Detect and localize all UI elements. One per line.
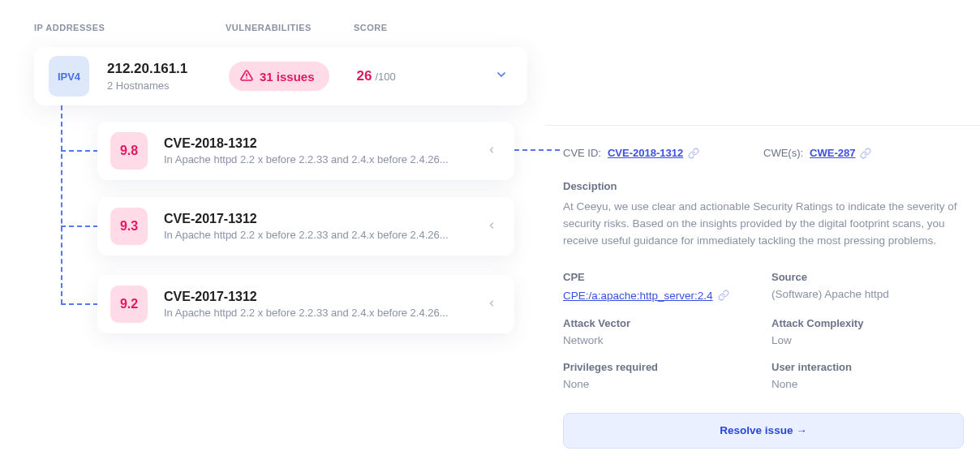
cwe-value: CWE-287 bbox=[810, 147, 855, 159]
issues-count: 31 issues bbox=[260, 70, 315, 84]
resolve-issue-button[interactable]: Resolve issue → bbox=[563, 413, 964, 449]
score-max: /100 bbox=[375, 71, 395, 83]
cve-short-desc: In Apache httpd 2.2 x before 2.2.33 and … bbox=[164, 229, 464, 241]
cwe-label: CWE(s): bbox=[763, 147, 803, 159]
chevron-left-icon bbox=[487, 144, 496, 158]
user-interaction-value: None bbox=[772, 378, 964, 390]
score: 26 /100 bbox=[357, 68, 396, 84]
cpe-value: CPE:/a:apache:http_server:2.4 bbox=[563, 290, 713, 302]
external-link-icon bbox=[688, 148, 699, 159]
cve-id-label: CVE ID: bbox=[563, 147, 601, 159]
col-header-score: SCORE bbox=[354, 23, 388, 32]
expand-button[interactable] bbox=[490, 65, 513, 88]
vulnerability-row[interactable]: 9.3 CVE-2017-1312 In Apache httpd 2.2 x … bbox=[97, 197, 514, 256]
privileges-label: Privileges required bbox=[563, 361, 755, 373]
tree-connector bbox=[61, 226, 98, 227]
expand-row-button[interactable] bbox=[482, 141, 501, 161]
cve-short-desc: In Apache httpd 2.2 x before 2.2.33 and … bbox=[164, 153, 464, 165]
severity-badge: 9.3 bbox=[110, 208, 148, 245]
vulnerability-row[interactable]: 9.8 CVE-2018-1312 In Apache httpd 2.2 x … bbox=[97, 122, 514, 180]
attack-vector-label: Attack Vector bbox=[563, 317, 755, 329]
cpe-link[interactable]: CPE:/a:apache:http_server:2.4 bbox=[563, 290, 729, 302]
vulnerability-list-panel: IP ADDRESSES VULNERABILITIES SCORE IPV4 … bbox=[0, 0, 545, 451]
privileges-value: None bbox=[563, 378, 755, 390]
cve-title: CVE-2017-1312 bbox=[164, 212, 482, 226]
cpe-label: CPE bbox=[563, 271, 755, 283]
cve-id-value: CVE-2018-1312 bbox=[608, 147, 683, 159]
alert-triangle-icon bbox=[240, 69, 253, 84]
issues-pill: 31 issues bbox=[229, 62, 329, 91]
vulnerability-row[interactable]: 9.2 CVE-2017-1312 In Apache httpd 2.2 x … bbox=[97, 275, 514, 333]
tree-connector-detail bbox=[514, 149, 560, 151]
description-body: At Ceeyu, we use clear and actionable Se… bbox=[563, 199, 964, 250]
cve-id-link[interactable]: CVE-2018-1312 bbox=[608, 147, 699, 159]
ip-address-card[interactable]: IPV4 212.20.161.1 2 Hostnames 31 issues … bbox=[34, 47, 527, 105]
tree-connector bbox=[61, 303, 98, 305]
ipv4-badge: IPV4 bbox=[49, 56, 89, 97]
chevron-down-icon bbox=[495, 68, 508, 84]
severity-badge: 9.8 bbox=[110, 132, 148, 170]
tree-connector bbox=[61, 150, 98, 152]
expand-row-button[interactable] bbox=[482, 294, 501, 314]
col-header-ip: IP ADDRESSES bbox=[34, 23, 226, 32]
description-label: Desciption bbox=[563, 180, 964, 192]
vulnerability-detail-panel: CVE ID: CVE-2018-1312 CWE(s): CWE-287 bbox=[545, 125, 980, 451]
external-link-icon bbox=[718, 290, 729, 301]
expand-row-button[interactable] bbox=[482, 217, 501, 236]
cve-title: CVE-2017-1312 bbox=[164, 290, 482, 304]
source-value: (Software) Apache httpd bbox=[772, 288, 964, 300]
hostname-count: 2 Hostnames bbox=[107, 79, 229, 92]
ip-address: 212.20.161.1 bbox=[107, 61, 229, 77]
col-header-vulnerabilities: VULNERABILITIES bbox=[226, 23, 354, 32]
chevron-left-icon bbox=[487, 297, 496, 311]
tree-connector-vertical bbox=[61, 105, 62, 304]
column-headers: IP ADDRESSES VULNERABILITIES SCORE bbox=[0, 0, 545, 32]
severity-badge: 9.2 bbox=[110, 286, 148, 323]
cve-short-desc: In Apache httpd 2.2 x before 2.2.33 and … bbox=[164, 307, 464, 319]
attack-complexity-value: Low bbox=[772, 334, 964, 346]
attack-complexity-label: Attack Complexity bbox=[772, 317, 964, 329]
resolve-issue-label: Resolve issue → bbox=[720, 424, 806, 436]
attack-vector-value: Network bbox=[563, 334, 755, 346]
chevron-left-icon bbox=[487, 219, 496, 234]
user-interaction-label: User interaction bbox=[772, 361, 964, 373]
score-value: 26 bbox=[357, 68, 372, 84]
external-link-icon bbox=[860, 148, 871, 159]
cwe-link[interactable]: CWE-287 bbox=[810, 147, 871, 159]
source-label: Source bbox=[772, 271, 964, 283]
cve-title: CVE-2018-1312 bbox=[164, 136, 482, 151]
